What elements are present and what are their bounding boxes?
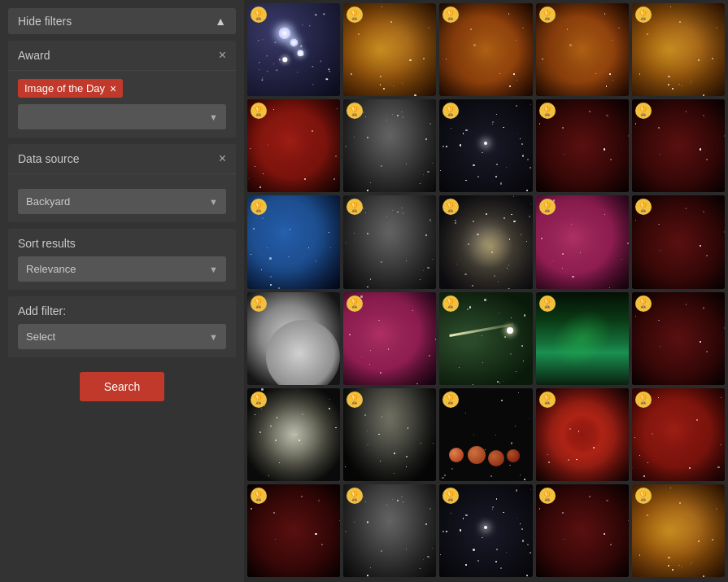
- award-filter-header: Award ×: [8, 41, 236, 71]
- image-cell-13[interactable]: 🏆: [439, 195, 532, 288]
- award-badge-9: 🏆: [539, 103, 556, 119]
- data-source-filter-close-button[interactable]: ×: [219, 152, 226, 165]
- award-badge-4: 🏆: [539, 7, 556, 23]
- image-cell-11[interactable]: 🏆: [247, 195, 340, 288]
- image-cell-5[interactable]: 🏆: [632, 3, 725, 96]
- image-cell-26[interactable]: 🏆: [247, 484, 340, 577]
- award-badge-23: 🏆: [442, 392, 459, 408]
- award-filter-body: Image of the Day ×: [8, 71, 236, 138]
- data-source-filter-body: Backyard Observatory Space Telescope: [8, 174, 236, 222]
- sort-dropdown[interactable]: Relevance Newest Most Liked: [18, 256, 226, 282]
- image-cell-10[interactable]: 🏆: [632, 99, 725, 192]
- data-source-dropdown-wrapper: Backyard Observatory Space Telescope: [18, 189, 226, 214]
- award-badge-19: 🏆: [539, 295, 556, 312]
- award-badge-18: 🏆: [442, 295, 459, 312]
- image-cell-18[interactable]: 🏆: [439, 292, 532, 385]
- sort-dropdown-wrapper: Relevance Newest Most Liked: [18, 256, 226, 282]
- image-cell-19[interactable]: 🏆: [536, 292, 629, 385]
- image-cell-14[interactable]: 🏆: [536, 195, 629, 288]
- award-badge-1: 🏆: [251, 7, 267, 23]
- image-cell-17[interactable]: 🏆: [343, 292, 436, 385]
- award-dropdown[interactable]: [18, 104, 226, 129]
- image-grid: 🏆🏆🏆🏆🏆🏆🏆🏆🏆🏆🏆🏆🏆🏆🏆 🏆🏆🏆 🏆🏆🏆🏆 🏆🏆🏆🏆🏆🏆🏆🏆: [244, 0, 728, 582]
- award-tag-label: Image of the Day: [24, 82, 105, 94]
- image-cell-4[interactable]: 🏆: [536, 3, 629, 96]
- image-cell-30[interactable]: 🏆: [632, 484, 725, 577]
- award-filter-label: Award: [18, 49, 50, 62]
- award-badge-10: 🏆: [635, 103, 652, 119]
- award-badge-29: 🏆: [539, 488, 556, 504]
- image-cell-2[interactable]: 🏆: [343, 3, 436, 96]
- award-badge-25: 🏆: [635, 392, 652, 408]
- award-badge-24: 🏆: [539, 392, 556, 408]
- image-cell-16[interactable]: 🏆: [247, 292, 340, 385]
- search-button[interactable]: Search: [80, 372, 164, 401]
- award-badge-8: 🏆: [442, 103, 459, 119]
- image-cell-8[interactable]: 🏆: [439, 99, 532, 192]
- add-filter-dropdown[interactable]: Select Award Data source Equipment Subje…: [18, 324, 226, 349]
- hide-filters-button[interactable]: Hide filters ▲: [8, 8, 236, 34]
- hide-filters-label: Hide filters: [18, 15, 72, 28]
- image-cell-23[interactable]: 🏆: [439, 388, 532, 481]
- image-cell-24[interactable]: 🏆: [536, 388, 629, 481]
- image-cell-1[interactable]: 🏆: [247, 3, 340, 96]
- award-badge-16: 🏆: [251, 295, 267, 312]
- data-source-filter-label: Data source: [18, 152, 79, 165]
- image-cell-6[interactable]: 🏆: [247, 99, 340, 192]
- sort-results-section: Sort results Relevance Newest Most Liked: [8, 229, 236, 290]
- award-badge-28: 🏆: [442, 488, 459, 504]
- award-badge-14: 🏆: [539, 199, 556, 215]
- award-tag-remove-button[interactable]: ×: [110, 83, 116, 94]
- award-tag-chip: Image of the Day ×: [18, 79, 123, 98]
- award-dropdown-wrapper: [18, 104, 226, 129]
- award-badge-26: 🏆: [251, 488, 267, 504]
- sidebar: Hide filters ▲ Award × Image of the Day …: [0, 0, 244, 582]
- image-cell-22[interactable]: 🏆: [343, 388, 436, 481]
- image-cell-9[interactable]: 🏆: [536, 99, 629, 192]
- image-cell-29[interactable]: 🏆: [536, 484, 629, 577]
- award-badge-30: 🏆: [635, 488, 652, 504]
- image-cell-7[interactable]: 🏆: [343, 99, 436, 192]
- data-source-filter-section: Data source × Backyard Observatory Space…: [8, 144, 236, 222]
- award-badge-21: 🏆: [251, 392, 267, 408]
- image-cell-20[interactable]: 🏆: [632, 292, 725, 385]
- image-cell-28[interactable]: 🏆: [439, 484, 532, 577]
- data-source-filter-header: Data source ×: [8, 144, 236, 174]
- add-filter-section: Add filter: Select Award Data source Equ…: [8, 296, 236, 357]
- award-badge-5: 🏆: [635, 7, 652, 23]
- award-filter-section: Award × Image of the Day ×: [8, 41, 236, 138]
- chevron-up-icon: ▲: [215, 15, 226, 28]
- award-badge-22: 🏆: [347, 392, 363, 408]
- award-filter-close-button[interactable]: ×: [219, 49, 226, 62]
- image-cell-3[interactable]: 🏆: [439, 3, 532, 96]
- image-cell-21[interactable]: 🏆: [247, 388, 340, 481]
- image-cell-25[interactable]: 🏆: [632, 388, 725, 481]
- image-cell-27[interactable]: 🏆: [343, 484, 436, 577]
- award-badge-17: 🏆: [347, 295, 363, 312]
- add-filter-dropdown-wrapper: Select Award Data source Equipment Subje…: [18, 324, 226, 349]
- image-cell-12[interactable]: 🏆: [343, 195, 436, 288]
- image-cell-15[interactable]: 🏆: [632, 195, 725, 288]
- add-filter-label: Add filter:: [18, 304, 226, 317]
- data-source-dropdown[interactable]: Backyard Observatory Space Telescope: [18, 189, 226, 214]
- sort-results-label: Sort results: [18, 237, 226, 250]
- award-badge-20: 🏆: [635, 295, 652, 312]
